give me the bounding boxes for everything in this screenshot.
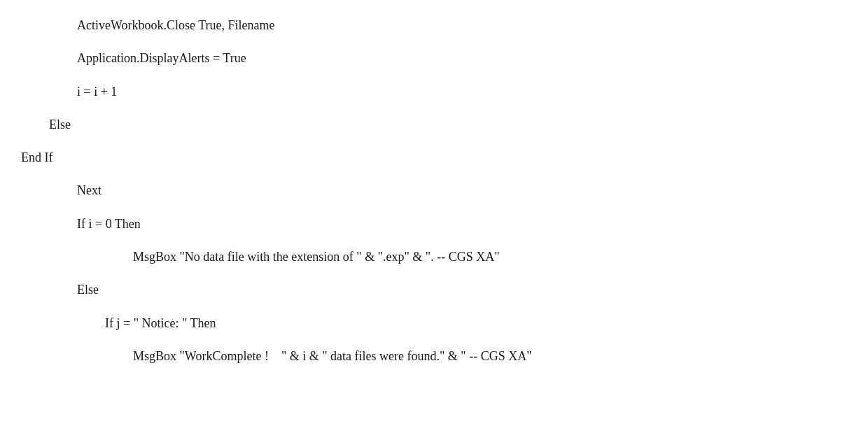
code-line-1: ActiveWorkbook.Close True, Filename	[21, 14, 847, 37]
code-line-msgbox2: MsgBox "WorkComplete ! " & i & " data fi…	[21, 345, 847, 368]
empty-line	[21, 136, 847, 146]
code-line-else2: Else	[21, 278, 847, 301]
code-line-endif: End If	[21, 146, 847, 169]
empty-line	[21, 302, 847, 312]
code-line-2: Application.DisplayAlerts = True	[21, 47, 847, 70]
code-line-if-i: If i = 0 Then	[21, 213, 847, 236]
empty-line	[21, 104, 847, 113]
empty-line	[21, 71, 847, 80]
empty-line	[21, 203, 847, 213]
code-line-else1: Else	[21, 113, 847, 136]
empty-line	[21, 335, 847, 345]
empty-line	[21, 37, 847, 47]
code-line-if-j: If j = " Notice: " Then	[21, 312, 847, 335]
empty-line	[21, 236, 847, 246]
empty-line	[21, 269, 847, 278]
code-block: ActiveWorkbook.Close True, Filename Appl…	[0, 0, 868, 382]
code-line-next: Next	[21, 179, 847, 202]
code-line-msgbox1: MsgBox "No data file with the extension …	[21, 246, 847, 269]
empty-line	[21, 169, 847, 179]
code-line-3: i = i + 1	[21, 80, 847, 104]
